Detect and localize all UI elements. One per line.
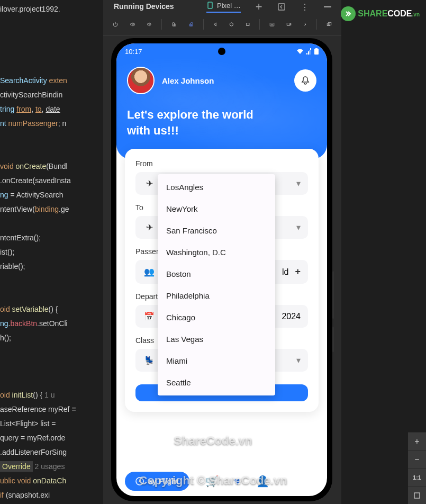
svg-rect-1 bbox=[174, 24, 176, 26]
svg-point-4 bbox=[230, 22, 233, 25]
svg-point-7 bbox=[271, 24, 273, 25]
phone-frame: 10:17 Alex Johnson Let's explore the wor… bbox=[111, 38, 332, 501]
svg-rect-11 bbox=[208, 2, 212, 8]
nav-profile[interactable]: 👤 bbox=[256, 475, 269, 488]
chevron-down-icon: ▾ bbox=[296, 178, 301, 188]
code-editor-bg: ilover.project1992. SearchActivity exten… bbox=[0, 0, 103, 504]
from-dropdown: LosAngles NewYork San Francisco Washingt… bbox=[158, 174, 275, 395]
dropdown-item[interactable]: Washington, D.C bbox=[158, 241, 275, 263]
svg-rect-3 bbox=[189, 24, 191, 26]
zoom-in-button[interactable]: + bbox=[408, 432, 426, 450]
notifications-button[interactable] bbox=[294, 69, 316, 92]
svg-rect-6 bbox=[270, 23, 274, 26]
from-label: From bbox=[135, 159, 308, 168]
app-header: Alex Johnson Let's explore the world wit… bbox=[116, 59, 327, 159]
phone-camera-notch bbox=[218, 48, 225, 55]
bell-icon bbox=[301, 76, 310, 85]
logo-circle-icon bbox=[341, 6, 356, 21]
zoom-ratio[interactable]: 1:1 bbox=[408, 468, 426, 486]
svg-rect-16 bbox=[414, 493, 420, 498]
signal-icon bbox=[306, 48, 312, 55]
dropdown-item[interactable]: Chicago bbox=[158, 307, 275, 328]
volume-up-icon[interactable] bbox=[130, 20, 135, 29]
username: Alex Johnson bbox=[162, 76, 214, 85]
nav-favorites[interactable]: ♥ bbox=[234, 475, 241, 488]
phone-screen: 10:17 Alex Johnson Let's explore the wor… bbox=[116, 43, 327, 496]
status-time: 10:17 bbox=[125, 48, 142, 56]
record-icon[interactable] bbox=[286, 20, 292, 29]
nav-shopping[interactable]: 🛒 bbox=[205, 475, 219, 488]
multi-window-icon[interactable] bbox=[327, 20, 332, 29]
chevron-down-icon: ▾ bbox=[296, 222, 301, 232]
svg-rect-2 bbox=[191, 22, 193, 25]
chevron-down-icon: ▾ bbox=[296, 355, 301, 365]
dropdown-item[interactable]: LosAngles bbox=[158, 176, 275, 198]
minimize-icon[interactable] bbox=[324, 6, 331, 7]
wifi-icon bbox=[296, 48, 304, 55]
back-icon[interactable] bbox=[213, 21, 217, 28]
seat-icon: 💺 bbox=[143, 355, 156, 365]
zoom-fit-button[interactable] bbox=[408, 486, 426, 504]
chevron-right-icon[interactable] bbox=[303, 21, 307, 28]
tab-pixel[interactable]: Pixel … bbox=[206, 2, 241, 13]
sharecode-logo: SHARECODE.vn bbox=[341, 6, 420, 21]
add-passenger-button[interactable]: + bbox=[295, 266, 301, 277]
svg-rect-5 bbox=[247, 23, 249, 25]
emulator-toolbar bbox=[103, 13, 341, 36]
calendar-icon: 📅 bbox=[143, 311, 156, 321]
plane-takeoff-icon: ✈ bbox=[143, 178, 156, 188]
new-tab-icon[interactable]: + bbox=[256, 0, 262, 14]
svg-rect-8 bbox=[287, 23, 290, 25]
volume-down-icon[interactable] bbox=[147, 20, 152, 29]
dropdown-item[interactable]: Miami bbox=[158, 350, 275, 372]
more-icon[interactable]: ⋮ bbox=[301, 2, 309, 12]
dropdown-item[interactable]: Philadelphia bbox=[158, 285, 275, 307]
dropdown-item[interactable]: Seattle bbox=[158, 372, 275, 393]
svg-rect-12 bbox=[278, 4, 285, 10]
svg-rect-14 bbox=[315, 48, 318, 49]
ide-tabs: Pixel … + ⋮ bbox=[206, 0, 331, 14]
svg-rect-0 bbox=[172, 22, 174, 25]
bottom-nav: ay Flight 🛒 ♥ 👤 bbox=[125, 472, 319, 491]
home-icon[interactable] bbox=[229, 21, 234, 28]
people-icon: 👥 bbox=[143, 267, 156, 277]
svg-rect-13 bbox=[314, 49, 319, 55]
panel-title: Running Devices bbox=[114, 2, 174, 11]
battery-icon bbox=[314, 48, 319, 55]
compass-icon bbox=[135, 477, 144, 485]
rotate-left-icon[interactable] bbox=[171, 20, 177, 29]
overview-icon[interactable] bbox=[246, 21, 250, 28]
plane-landing-icon: ✈ bbox=[143, 222, 156, 232]
dropdown-item[interactable]: Boston bbox=[158, 263, 275, 285]
collapse-icon[interactable] bbox=[277, 3, 286, 11]
dropdown-item[interactable]: San Francisco bbox=[158, 220, 275, 241]
zoom-controls: + − 1:1 bbox=[408, 432, 426, 504]
hero-text: Let's explore the world with us!!! bbox=[127, 107, 316, 138]
screenshot-icon[interactable] bbox=[269, 20, 275, 29]
rotate-right-icon[interactable] bbox=[188, 20, 194, 29]
search-card: From ✈ ▾ To ✈ ▾ Passeng � bbox=[125, 149, 319, 412]
zoom-out-button[interactable]: − bbox=[408, 450, 426, 468]
nav-home[interactable]: ay Flight bbox=[125, 472, 189, 491]
avatar[interactable] bbox=[127, 67, 155, 94]
dropdown-item[interactable]: Las Vegas bbox=[158, 328, 275, 350]
dropdown-item[interactable]: NewYork bbox=[158, 198, 275, 220]
device-icon bbox=[206, 2, 214, 9]
power-icon[interactable] bbox=[113, 20, 118, 29]
